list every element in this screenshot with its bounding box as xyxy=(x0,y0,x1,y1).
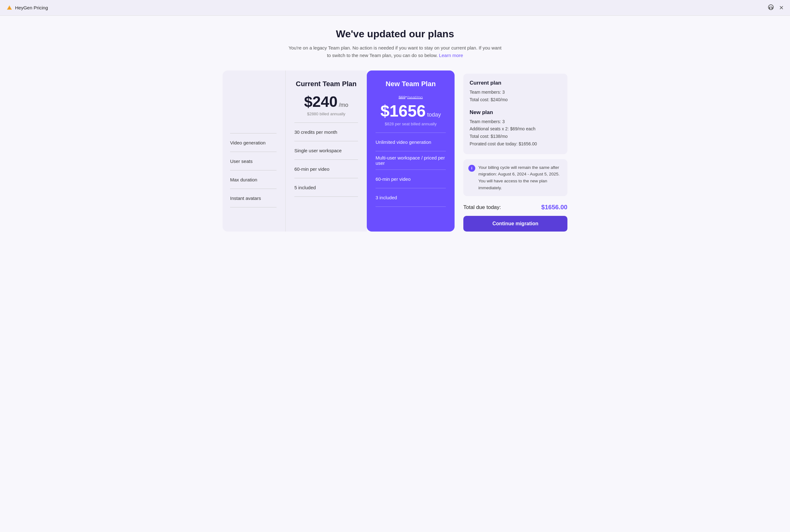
svg-point-2 xyxy=(768,5,773,10)
main-content: We've updated our plans You're on a lega… xyxy=(0,16,790,532)
page-subtext: You're on a legacy Team plan. No action … xyxy=(289,44,501,59)
new-plan-info-title: New plan xyxy=(470,109,561,116)
app-title: HeyGen Pricing xyxy=(15,5,48,10)
new-plan-team-members: Team members: 3 xyxy=(470,118,561,126)
titlebar-left: HeyGen Pricing xyxy=(6,5,48,11)
current-plan-price: $240 /mo xyxy=(294,93,358,110)
current-plan-billed: $2880 billed annually xyxy=(294,112,358,116)
new-plan-old-price: $69 /seat/mo xyxy=(375,93,446,100)
current-plan-title: Current Team Plan xyxy=(294,80,358,88)
label-max-duration: Max duration xyxy=(230,170,276,189)
page-heading: We've updated our plans xyxy=(336,28,454,40)
current-plan-total-cost: Total cost: $240/mo xyxy=(470,96,561,104)
close-icon[interactable]: ✕ xyxy=(779,5,784,11)
heygen-logo-icon xyxy=(6,5,13,11)
new-plan-price: $1656 today xyxy=(375,101,446,120)
new-plan-price-amount: $1656 xyxy=(380,102,426,120)
current-plan-column: Current Team Plan $240 /mo $2880 billed … xyxy=(285,71,367,231)
current-plan-info-box: Current plan Team members: 3 Total cost:… xyxy=(463,74,567,154)
svg-rect-4 xyxy=(772,7,773,9)
new-feature-video-gen: Unlimited video generation xyxy=(375,133,446,151)
new-feature-user-seats: Multi-user workspace / priced per user xyxy=(375,151,446,170)
learn-more-link[interactable]: Learn more xyxy=(439,53,463,58)
current-plan-team-members: Team members: 3 xyxy=(470,89,561,96)
headphones-icon[interactable] xyxy=(768,4,774,11)
billing-notice: i Your billing cycle will remain the sam… xyxy=(463,159,567,196)
info-panel: Current plan Team members: 3 Total cost:… xyxy=(455,71,567,231)
new-plan-prorated: Prorated cost due today: $1656.00 xyxy=(470,140,561,148)
current-feature-max-duration: 60-min per video xyxy=(294,160,358,178)
total-due-amount: $1656.00 xyxy=(541,204,567,211)
new-plan-additional-seats: Additional seats x 2: $69/mo each xyxy=(470,125,561,133)
new-plan-title: New Team Plan xyxy=(375,80,446,88)
total-due-row: Total due today: $1656.00 xyxy=(463,201,567,211)
continue-migration-button[interactable]: Continue migration xyxy=(463,216,567,231)
new-plan-price-today: today xyxy=(427,112,441,118)
current-feature-user-seats: Single user workspace xyxy=(294,141,358,159)
billing-notice-text: Your billing cycle will remain the same … xyxy=(478,164,563,191)
label-video-generation: Video generation xyxy=(230,133,276,152)
pricing-cards: Video generation User seats Max duration… xyxy=(223,71,567,231)
new-feature-max-duration: 60-min per video xyxy=(375,170,446,188)
current-plan-info-title: Current plan xyxy=(470,80,561,86)
labels-column: Video generation User seats Max duration… xyxy=(223,71,285,231)
new-feature-instant-avatars: 3 included xyxy=(375,188,446,207)
info-icon: i xyxy=(469,165,475,172)
titlebar: HeyGen Pricing ✕ xyxy=(0,0,790,16)
titlebar-controls: ✕ xyxy=(768,4,784,11)
label-instant-avatars: Instant avatars xyxy=(230,189,276,207)
current-plan-price-amount: $240 xyxy=(304,93,338,110)
current-feature-video-gen: 30 credits per month xyxy=(294,123,358,141)
new-plan-billed: $828 per seat billed annually xyxy=(375,121,446,126)
current-feature-instant-avatars: 5 included xyxy=(294,178,358,196)
total-due-label: Total due today: xyxy=(463,204,501,211)
current-plan-price-period: /mo xyxy=(339,102,348,108)
svg-rect-3 xyxy=(769,7,770,9)
new-plan-total-cost: Total cost: $138/mo xyxy=(470,133,561,140)
new-plan-column: New Team Plan $69 /seat/mo $1656 today $… xyxy=(367,71,455,231)
label-user-seats: User seats xyxy=(230,152,276,170)
